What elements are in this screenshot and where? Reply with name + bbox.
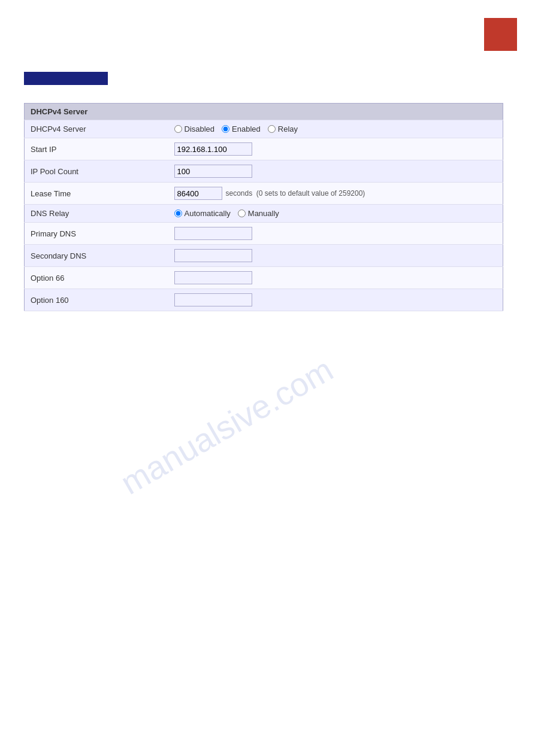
radio-disabled[interactable] xyxy=(174,125,182,133)
row-value-dns-relay: Automatically Manually xyxy=(168,205,503,223)
row-value-start-ip xyxy=(168,138,503,160)
radio-enabled[interactable] xyxy=(222,125,229,133)
table-row: Secondary DNS xyxy=(25,245,503,267)
row-label-primary-dns: Primary DNS xyxy=(25,223,168,245)
table-row: Start IP xyxy=(25,138,503,160)
row-value-option160 xyxy=(168,289,503,311)
table-title: DHCPv4 Server xyxy=(25,104,503,120)
ip-pool-count-input[interactable] xyxy=(174,165,252,178)
lease-time-input[interactable] xyxy=(174,187,222,200)
lease-time-note: seconds (0 sets to default value of 2592… xyxy=(226,189,365,198)
row-value-lease-time: seconds (0 sets to default value of 2592… xyxy=(168,183,503,205)
radio-enabled-text: Enabled xyxy=(232,125,261,133)
row-label-start-ip: Start IP xyxy=(25,138,168,160)
table-row: DHCPv4 Server Disabled Enabled Relay xyxy=(25,120,503,138)
radio-relay[interactable] xyxy=(268,125,276,133)
row-label-lease-time: Lease Time xyxy=(25,183,168,205)
table-row: IP Pool Count xyxy=(25,160,503,183)
dns-relay-radio-group: Automatically Manually xyxy=(174,209,497,218)
dhcpv4-server-table: DHCPv4 Server DHCPv4 Server Disabled Ena… xyxy=(24,103,503,311)
blue-bar-decoration xyxy=(24,72,108,85)
table-row: Lease Time seconds (0 sets to default va… xyxy=(25,183,503,205)
row-value-option66 xyxy=(168,267,503,289)
row-label-option160: Option 160 xyxy=(25,289,168,311)
row-label-secondary-dns: Secondary DNS xyxy=(25,245,168,267)
row-value-ip-pool-count xyxy=(168,160,503,183)
row-value-primary-dns xyxy=(168,223,503,245)
radio-disabled-text: Disabled xyxy=(185,125,215,133)
row-label-ip-pool-count: IP Pool Count xyxy=(25,160,168,183)
lease-time-container: seconds (0 sets to default value of 2592… xyxy=(174,187,497,200)
option160-input[interactable] xyxy=(174,293,252,306)
row-value-dhcpv4-server: Disabled Enabled Relay xyxy=(168,120,503,138)
table-header-row: DHCPv4 Server xyxy=(25,104,503,120)
radio-relay-label[interactable]: Relay xyxy=(268,125,298,133)
primary-dns-input[interactable] xyxy=(174,227,252,240)
option66-input[interactable] xyxy=(174,271,252,284)
table-row: Primary DNS xyxy=(25,223,503,245)
radio-manually-text: Manually xyxy=(248,209,279,218)
row-value-secondary-dns xyxy=(168,245,503,267)
row-label-dns-relay: DNS Relay xyxy=(25,205,168,223)
watermark: manualsive.com xyxy=(114,350,340,502)
table-row: Option 66 xyxy=(25,267,503,289)
start-ip-input[interactable] xyxy=(174,142,252,156)
radio-manually-label[interactable]: Manually xyxy=(238,209,279,218)
secondary-dns-input[interactable] xyxy=(174,249,252,262)
table-row: Option 160 xyxy=(25,289,503,311)
radio-automatically-text: Automatically xyxy=(185,209,231,218)
radio-manually[interactable] xyxy=(238,210,246,217)
dhcpv4-server-radio-group: Disabled Enabled Relay xyxy=(174,125,497,133)
radio-automatically-label[interactable]: Automatically xyxy=(174,209,231,218)
radio-disabled-label[interactable]: Disabled xyxy=(174,125,215,133)
red-corner-decoration xyxy=(484,18,517,51)
row-label-option66: Option 66 xyxy=(25,267,168,289)
row-label-dhcpv4-server: DHCPv4 Server xyxy=(25,120,168,138)
table-row: DNS Relay Automatically Manually xyxy=(25,205,503,223)
radio-relay-text: Relay xyxy=(278,125,298,133)
radio-enabled-label[interactable]: Enabled xyxy=(222,125,261,133)
radio-automatically[interactable] xyxy=(174,210,182,217)
